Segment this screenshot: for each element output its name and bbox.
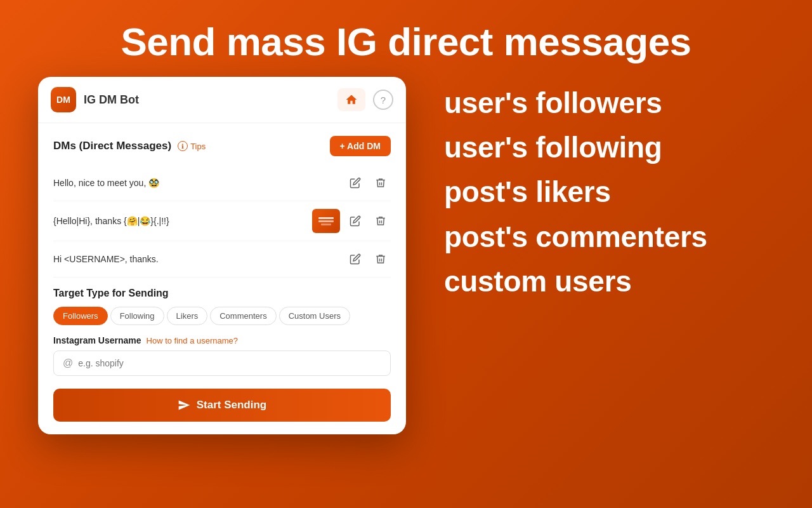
dm-section-header: DMs (Direct Messages) ℹ Tips + Add DM bbox=[53, 136, 391, 156]
at-symbol: @ bbox=[63, 358, 73, 369]
delete-button[interactable] bbox=[370, 173, 391, 193]
tips-button[interactable]: ℹ Tips bbox=[178, 141, 206, 151]
trash-icon bbox=[375, 215, 386, 227]
feature-item-likers: post's likers bbox=[444, 172, 761, 211]
section-title: DMs (Direct Messages) bbox=[53, 140, 171, 152]
start-sending-label: Start Sending bbox=[197, 399, 267, 411]
edit-button[interactable] bbox=[345, 249, 365, 269]
tab-likers[interactable]: Likers bbox=[167, 307, 208, 325]
edit-icon bbox=[350, 253, 361, 265]
app-logo: DM bbox=[51, 87, 76, 112]
home-icon bbox=[345, 93, 358, 106]
feature-item-followers: user's followers bbox=[444, 83, 761, 123]
tab-commenters[interactable]: Commenters bbox=[210, 307, 276, 325]
edit-button[interactable] bbox=[345, 211, 365, 231]
feature-item-custom-users: custom users bbox=[444, 262, 761, 301]
thumb-line bbox=[318, 220, 334, 222]
dm-actions bbox=[345, 249, 391, 269]
dm-actions bbox=[345, 173, 391, 193]
dm-thumbnail bbox=[312, 209, 340, 233]
dm-item: Hello, nice to meet you, 🥸 bbox=[53, 165, 391, 201]
add-dm-button[interactable]: + Add DM bbox=[330, 136, 391, 156]
dm-actions bbox=[345, 211, 391, 231]
content-area: DM IG DM Bot ? DMs (Direct Messages) ℹ bbox=[0, 77, 812, 434]
trash-icon bbox=[375, 253, 386, 265]
target-tabs: Followers Following Likers Commenters Cu… bbox=[53, 307, 391, 325]
how-to-link[interactable]: How to find a username? bbox=[147, 336, 239, 345]
send-icon bbox=[178, 399, 190, 411]
dm-item: Hi <USERNAME>, thanks. bbox=[53, 241, 391, 277]
username-input[interactable] bbox=[78, 358, 381, 368]
trash-icon bbox=[375, 177, 386, 189]
thumb-line bbox=[321, 224, 331, 225]
edit-button[interactable] bbox=[345, 173, 365, 193]
dm-text: Hi <USERNAME>, thanks. bbox=[53, 254, 340, 264]
dm-item: {Hello|Hi}, thanks {🤗|😂}{.|!!} bbox=[53, 201, 391, 241]
thumb-line bbox=[318, 217, 334, 219]
add-dm-label: + Add DM bbox=[340, 141, 381, 151]
dm-thumb-inner bbox=[312, 209, 340, 233]
section-title-group: DMs (Direct Messages) ℹ Tips bbox=[53, 140, 206, 152]
username-label: Instagram Username How to find a usernam… bbox=[53, 335, 391, 345]
app-header: DM IG DM Bot ? bbox=[38, 77, 406, 123]
main-title: Send mass IG direct messages bbox=[0, 0, 812, 77]
tips-label: Tips bbox=[190, 142, 206, 151]
dm-list: Hello, nice to meet you, 🥸 bbox=[53, 165, 391, 277]
help-button[interactable]: ? bbox=[373, 90, 393, 110]
start-sending-button[interactable]: Start Sending bbox=[53, 389, 391, 422]
dm-text: {Hello|Hi}, thanks {🤗|😂}{.|!!} bbox=[53, 216, 307, 226]
app-name: IG DM Bot bbox=[84, 93, 330, 107]
tab-following[interactable]: Following bbox=[110, 307, 164, 325]
tab-followers[interactable]: Followers bbox=[53, 307, 108, 325]
app-body: DMs (Direct Messages) ℹ Tips + Add DM He… bbox=[38, 123, 406, 434]
app-mockup: DM IG DM Bot ? DMs (Direct Messages) ℹ bbox=[38, 77, 406, 434]
question-icon: ? bbox=[381, 95, 386, 105]
edit-icon bbox=[350, 215, 361, 227]
username-input-wrapper: @ bbox=[53, 351, 391, 376]
target-section: Target Type for Sending Followers Follow… bbox=[53, 288, 391, 422]
features-list: user's followers user's following post's… bbox=[431, 77, 787, 307]
tips-icon: ℹ bbox=[178, 141, 188, 151]
target-title: Target Type for Sending bbox=[53, 288, 391, 299]
delete-button[interactable] bbox=[370, 211, 391, 231]
home-button[interactable] bbox=[337, 88, 365, 111]
tab-custom-users[interactable]: Custom Users bbox=[279, 307, 350, 325]
dm-text: Hello, nice to meet you, 🥸 bbox=[53, 178, 340, 188]
feature-item-commenters: post's commenters bbox=[444, 217, 761, 257]
thumb-preview bbox=[315, 211, 337, 231]
feature-item-following: user's following bbox=[444, 128, 761, 167]
delete-button[interactable] bbox=[370, 249, 391, 269]
edit-icon bbox=[350, 177, 361, 189]
